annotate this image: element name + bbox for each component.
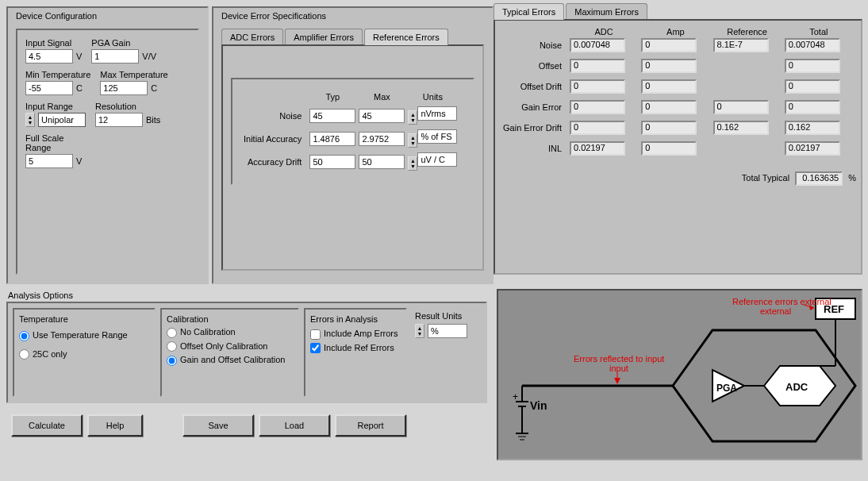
ge-ref-val: 0: [713, 100, 769, 114]
ia-label: Initial Accuracy: [244, 129, 306, 148]
tab-typical-errors[interactable]: Typical Errors: [494, 3, 564, 20]
ia-unit-field[interactable]: [417, 129, 457, 144]
help-button[interactable]: Help: [87, 414, 143, 437]
ia-max-field[interactable]: [359, 132, 405, 146]
result-units-field[interactable]: [428, 324, 467, 338]
max-temp-label: Max Temperature: [100, 70, 167, 79]
report-button[interactable]: Report: [335, 414, 406, 437]
row-noise: Noise: [503, 38, 567, 52]
inl-adc-val: 0.02197: [570, 141, 625, 156]
noise-adc-val: 0.007048: [570, 38, 625, 52]
include-amp-errors-check[interactable]: [310, 329, 321, 340]
noise-tot-val: 0.007048: [785, 38, 840, 52]
noise-ref-val: 8.1E-7: [713, 38, 769, 52]
ad-unit-field[interactable]: [417, 152, 457, 167]
offset-adc-val: 0: [570, 59, 625, 73]
offset-amp-val: 0: [641, 59, 697, 73]
cal-gainoffset-radio[interactable]: [167, 356, 177, 366]
noise-unit-field[interactable]: [417, 106, 457, 121]
noise-amp-val: 0: [641, 38, 697, 52]
svg-text:ADC: ADC: [785, 381, 808, 393]
svg-text:+: +: [513, 391, 518, 402]
ged-amp-val: 0: [641, 121, 697, 135]
ad-max-field[interactable]: [359, 155, 405, 169]
fsr-field[interactable]: [25, 154, 73, 168]
od-amp-val: 0: [641, 79, 697, 94]
row-offset: Offset: [503, 59, 567, 73]
ad-unit-stepper[interactable]: ▲▼: [408, 156, 417, 171]
row-ged: Gain Error Drift: [503, 121, 567, 135]
max-temp-field[interactable]: [100, 81, 148, 95]
result-units-label: Result Units: [415, 311, 472, 321]
input-signal-label: Input Signal: [25, 38, 82, 48]
row-gain-error: Gain Error: [503, 100, 567, 114]
cal-group-title: Calibration: [167, 314, 293, 324]
tab-adc-errors[interactable]: ADC Errors: [221, 29, 283, 45]
total-typical-label: Total Typical: [742, 173, 789, 183]
inl-amp-val: 0: [641, 141, 697, 156]
dev-err-title: Device Error Specifications: [221, 11, 484, 21]
ia-unit-stepper[interactable]: ▲▼: [408, 133, 417, 148]
resolution-field[interactable]: [95, 113, 143, 127]
input-signal-field[interactable]: [25, 49, 73, 63]
temp-range-radio[interactable]: [19, 331, 29, 341]
min-temp-field[interactable]: [25, 81, 73, 95]
pga-gain-field[interactable]: [91, 49, 139, 63]
noise-label: Noise: [244, 106, 306, 125]
ge-tot-val: 0: [785, 100, 840, 114]
input-range-stepper[interactable]: ▲▼: [25, 113, 35, 127]
svg-text:PGA: PGA: [716, 383, 737, 394]
fsr-label: Full Scale Range: [25, 133, 73, 152]
offset-tot-val: 0: [785, 59, 840, 73]
input-range-field[interactable]: [38, 113, 86, 127]
pga-gain-label: PGA Gain: [91, 38, 156, 48]
inl-tot-val: 0.02197: [785, 141, 840, 156]
noise-max-field[interactable]: [359, 109, 405, 123]
col-typ: Typ: [309, 92, 355, 102]
ged-adc-val: 0: [570, 121, 625, 135]
svg-text:input: input: [609, 364, 628, 373]
row-inl: INL: [503, 141, 567, 156]
load-button[interactable]: Load: [259, 414, 330, 437]
ia-typ-field[interactable]: [309, 132, 355, 146]
col-units: Units: [408, 92, 457, 102]
ad-typ-field[interactable]: [309, 155, 355, 169]
save-button[interactable]: Save: [182, 414, 254, 437]
svg-text:Vin: Vin: [530, 399, 547, 412]
svg-marker-27: [614, 378, 620, 384]
noise-unit-stepper[interactable]: ▲▼: [408, 110, 417, 125]
ged-ref-val: 0.162: [713, 121, 769, 135]
ged-tot-val: 0.162: [785, 121, 840, 135]
noise-typ-field[interactable]: [309, 109, 355, 123]
col-ref: Reference: [713, 27, 782, 37]
input-range-label: Input Range: [25, 102, 86, 111]
cal-offset-radio[interactable]: [167, 341, 177, 352]
min-temp-label: Min Temperature: [25, 70, 90, 79]
tab-amplifier-errors[interactable]: Amplifier Errors: [285, 29, 363, 45]
analysis-title: Analysis Options: [8, 291, 490, 300]
cal-none-radio[interactable]: [167, 328, 177, 338]
total-typical-val: 0.163635: [795, 171, 843, 186]
col-max: Max: [359, 92, 405, 102]
resolution-label: Resolution: [95, 102, 160, 111]
tab-reference-errors[interactable]: Reference Errors: [364, 29, 448, 45]
svg-text:external: external: [760, 306, 791, 316]
col-total: Total: [785, 27, 853, 37]
od-tot-val: 0: [785, 79, 840, 94]
result-units-stepper[interactable]: ▲▼: [415, 324, 424, 338]
svg-text:Errors reflected to input: Errors reflected to input: [574, 354, 664, 364]
err-group-title: Errors in Analysis: [310, 314, 401, 324]
include-ref-errors-check[interactable]: [310, 343, 321, 353]
dev-config-title: Device Configuration: [16, 11, 199, 21]
temp-25c-radio[interactable]: [19, 349, 29, 360]
row-offset-drift: Offset Drift: [503, 79, 567, 94]
ad-label: Accuracy Drift: [244, 152, 306, 171]
ge-adc-val: 0: [570, 100, 625, 114]
temp-group-title: Temperature: [19, 314, 149, 324]
od-adc-val: 0: [570, 79, 625, 94]
signal-chain-diagram: + Vin PGA ADC REF Reference errors exter…: [498, 291, 864, 462]
calculate-button[interactable]: Calculate: [11, 414, 83, 437]
col-amp: Amp: [641, 27, 709, 37]
ge-amp-val: 0: [641, 100, 697, 114]
tab-maximum-errors[interactable]: Maximum Errors: [566, 3, 647, 20]
